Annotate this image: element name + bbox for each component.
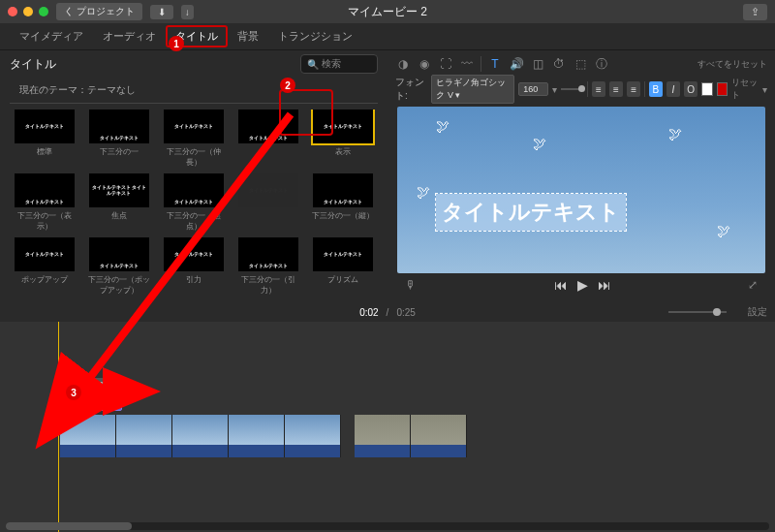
timestamp-badge: 09:17 [89,378,121,391]
title-preset-selected[interactable]: タイトルテキスト表示 [309,110,378,168]
title-preset[interactable]: タイトルテキスト下三分の一（仲長） [159,110,228,168]
align-right-icon[interactable]: ≡ [627,81,640,97]
theme-label: 現在のテーマ：テーマなし [10,78,378,104]
browser-heading: タイトル [10,56,56,73]
title-preset[interactable]: タイトルテキスト標準 [10,110,78,168]
title-preset[interactable]: タイトルテキスト下三分の一（ポップアップ） [84,237,153,296]
media-tabs: マイメディア オーディオ タイトル 背景 トランジション [0,23,775,50]
outline-color-swatch[interactable] [717,82,728,96]
search-input[interactable]: 🔍 検索 [300,54,378,74]
search-icon: 🔍 [307,59,319,70]
tab-transitions[interactable]: トランジション [268,25,362,47]
download-button[interactable]: ↓ [181,5,194,19]
titles-grid: タイトルテキスト標準 タイトルテキスト下三分の一 タイトルテキスト下三分の一（仲… [0,110,388,296]
title-preset[interactable]: タイトルテキスト下三分の一（表示） [10,173,78,232]
back-to-projects-button[interactable]: く プロジェクト [56,3,142,20]
title-preset[interactable]: タイトルテキスト下三分の一（引力） [234,237,303,296]
annotation-2: 2 [280,78,295,93]
reset-all-button[interactable]: すべてをリセット [698,58,767,71]
dropdown-icon[interactable]: ▾ [762,84,767,95]
video-preview[interactable]: 🕊 🕊 🕊 🕊 🕊 タイトルテキスト [397,107,765,273]
share-button[interactable]: ⇪ [743,4,767,20]
timeline-header: 0:02 / 0:25 設定 [0,302,775,322]
title-preset[interactable]: タイトルテキスト下三分の一（仲長） [234,110,303,168]
filter-icon[interactable]: ⬚ [573,56,588,72]
tab-backgrounds[interactable]: 背景 [228,25,268,47]
horizontal-scrollbar[interactable] [6,522,769,530]
font-label: フォント: [395,76,427,103]
annotation-3: 3 [66,385,81,400]
noise-icon[interactable]: ◫ [530,56,545,72]
title-overlay[interactable]: タイトルテキスト [436,194,746,231]
annotation-1: 1 [169,36,184,51]
crop-icon[interactable]: ⛶ [438,56,453,72]
minimize-window-button[interactable] [23,7,33,16]
timeline[interactable]: 09:17 4.0 秒 – タイトルテ [0,322,775,532]
color-correct-icon[interactable]: ◉ [417,56,432,72]
fullscreen-icon[interactable]: ⤢ [748,278,758,292]
video-clip[interactable] [60,415,341,457]
timeline-settings-button[interactable]: 設定 [748,305,767,319]
title-preset[interactable]: タイトルテキスト下三分の一（縦） [309,173,378,232]
prev-button[interactable]: ⏮ [554,277,568,293]
font-size-input[interactable]: 160 [518,82,547,96]
text-color-swatch[interactable] [701,82,712,96]
text-inspector-icon[interactable]: T [487,56,503,72]
font-family-select[interactable]: ヒラギノ角ゴシック V ▾ [431,75,514,104]
project-title: マイムービー 2 [348,4,427,20]
video-track [60,415,467,457]
align-left-icon[interactable]: ≡ [592,81,605,97]
font-toolbar: フォント: ヒラギノ角ゴシック V ▾ 160 ▾ ≡ ≡ ≡ B I O リセ… [388,78,775,101]
title-preset[interactable]: タイトルテキスト [234,173,303,232]
volume-icon[interactable]: 🔊 [509,56,524,72]
video-clip[interactable] [355,415,467,457]
title-preset[interactable]: タイトルテキスト下三分の一 [84,110,153,168]
tab-audio[interactable]: オーディオ [93,25,166,47]
preview-controls: 🎙 ⏮ ▶ ⏭ ⤢ [397,273,765,297]
reset-button[interactable]: リセット [731,77,759,102]
bold-button[interactable]: B [649,81,663,97]
playhead[interactable] [58,322,59,532]
outline-button[interactable]: O [684,81,698,97]
close-window-button[interactable] [8,7,17,16]
italic-button[interactable]: I [666,81,680,97]
window-controls [8,7,48,16]
search-placeholder: 検索 [322,57,341,71]
info-icon[interactable]: ⓘ [594,56,609,72]
tab-my-media[interactable]: マイメディア [10,25,93,47]
next-button[interactable]: ⏭ [598,277,611,293]
mic-icon[interactable]: 🎙 [405,278,417,292]
title-preset[interactable]: タイトルテキスト タイトルテキスト焦点 [84,173,153,232]
title-preset[interactable]: タイトルテキストプリズム [309,237,378,296]
align-center-icon[interactable]: ≡ [609,81,623,97]
stabilize-icon[interactable]: 〰 [459,56,475,72]
zoom-slider[interactable] [668,311,727,313]
preview-panel: ◑ ◉ ⛶ 〰 T 🔊 ◫ ⏱ ⬚ ⓘ すべてをリセット フォント: ヒラギノ角… [388,50,775,302]
title-text[interactable]: タイトルテキスト [436,194,626,231]
import-button[interactable]: ⬇ [150,5,173,19]
title-preset[interactable]: タイトルテキスト引力 [159,237,228,296]
play-button[interactable]: ▶ [577,277,588,293]
speed-icon[interactable]: ⏱ [551,56,567,72]
titles-browser: タイトル 🔍 検索 現在のテーマ：テーマなし タイトルテキスト標準 タイトルテキ… [0,50,388,302]
current-time: 0:02 [359,307,378,318]
title-preset[interactable]: タイトルテキストポップアップ [10,237,78,296]
fullscreen-window-button[interactable] [39,7,48,16]
title-preset[interactable]: タイトルテキスト下三分の一（焦点） [159,173,228,232]
time-separator: / [387,307,389,318]
color-balance-icon[interactable]: ◑ [395,56,411,72]
inspector-toolbar: ◑ ◉ ⛶ 〰 T 🔊 ◫ ⏱ ⬚ ⓘ すべてをリセット [388,50,775,78]
total-time: 0:25 [396,307,415,318]
titlebar: く プロジェクト ⬇ ↓ マイムービー 2 ⇪ [0,0,775,23]
